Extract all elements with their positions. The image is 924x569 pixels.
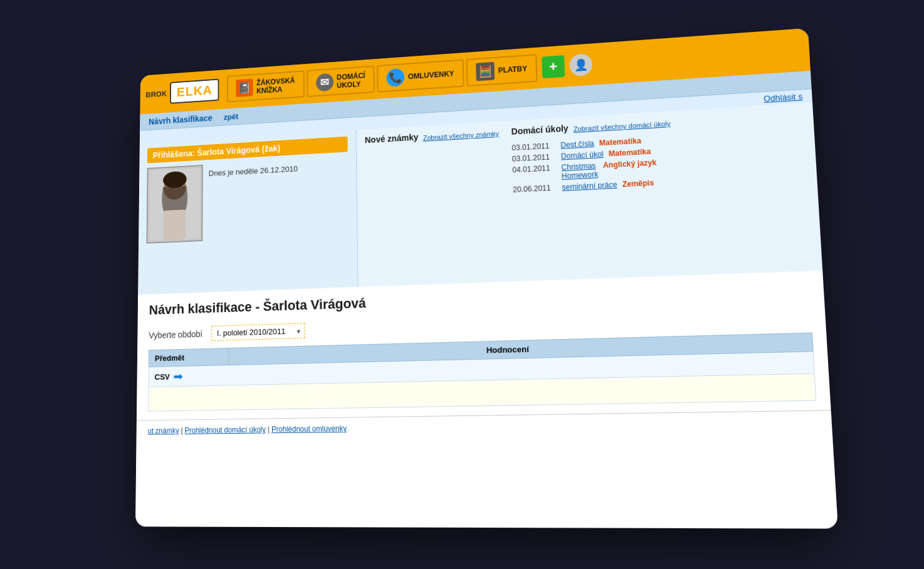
logo-prev: BROK — [145, 89, 167, 99]
footer-link-ukoly[interactable]: Prohlédnout domácí úkoly — [185, 425, 266, 434]
nav-zakovsky-label: ŽÁKOVSKÁ KNÍŽKA — [256, 76, 295, 95]
table-area: Předmět Hodnocení CSV ➡ — [148, 333, 816, 412]
right-panel: Nové známky Zobrazit všechny známky Domá… — [356, 102, 822, 286]
col-predmet: Předmět — [149, 348, 229, 367]
form-area: Vyberte období I. pololetí 2010/2011 II.… — [137, 302, 831, 420]
csv-label: CSV — [155, 372, 170, 382]
hw-task-1[interactable]: Dest.čísla — [560, 139, 594, 150]
nav-omluvenky[interactable]: 📞 OMLUVENKY — [377, 60, 464, 93]
student-body: Dnes je neděle 26.12.2010 — [146, 157, 349, 244]
new-marks-section: Nové známky Zobrazit všechny známky — [365, 127, 503, 280]
hw-date-1: 03.01.2011 — [512, 141, 555, 152]
logout-link[interactable]: Odhlásit s — [764, 91, 803, 103]
nav-ukoly-label: DOMÁCÍ ÚKOLY — [337, 71, 365, 90]
hw-subject-3: Anglický jazyk — [603, 158, 661, 170]
footer-link-znamky[interactable]: ut známky — [148, 426, 179, 435]
logo-el: EL — [177, 84, 194, 100]
book-icon: 📓 — [236, 79, 253, 98]
phone-icon: 📞 — [386, 68, 404, 87]
logo[interactable]: ELKA — [170, 79, 219, 104]
back-link[interactable]: zpět — [224, 112, 238, 121]
period-select[interactable]: I. pololetí 2010/2011 II. pololetí 2010/… — [212, 323, 305, 341]
hw-task-3[interactable]: Christmas Homework — [561, 161, 598, 180]
hw-task-2[interactable]: Domácí úkol — [561, 150, 604, 161]
user-avatar[interactable]: 👤 — [569, 53, 592, 76]
hw-task-4[interactable]: seminární práce — [562, 180, 617, 192]
student-date: Dnes je neděle 26.12.2010 — [208, 159, 298, 241]
nav-omluvenky-label: OMLUVENKY — [408, 70, 454, 81]
new-marks-title: Nové známky — [365, 132, 419, 145]
period-label: Vyberte období — [149, 329, 202, 340]
nav-ukoly[interactable]: ✉ DOMÁCÍ ÚKOLY — [307, 65, 375, 97]
hw-subject-4: Zeměpis — [622, 177, 681, 189]
student-panel: Přihlášena: Šarlota Virágová (žak) — [138, 130, 358, 295]
hw-date-2: 03.01.2011 — [512, 152, 556, 164]
nav-platby-label: PLATBY — [498, 65, 527, 75]
period-select-wrapper: I. pololetí 2010/2011 II. pololetí 2010/… — [212, 323, 305, 341]
mail-icon: ✉ — [316, 73, 333, 92]
hw-date-4: 20.06.2011 — [513, 183, 557, 194]
svg-rect-4 — [163, 209, 186, 240]
add-button[interactable]: + — [542, 55, 565, 78]
homework-section: Domácí úkoly Zobrazit všechny domácí úko… — [511, 109, 812, 274]
nav-zakovsky[interactable]: 📓 ŽÁKOVSKÁ KNÍŽKA — [227, 70, 304, 102]
show-all-marks-link[interactable]: Zobrazit všechny známky — [423, 130, 499, 142]
csv-export-icon[interactable]: ➡ — [173, 369, 183, 384]
nav-platby[interactable]: 🧮 PLATBY — [466, 54, 537, 86]
show-all-homework-link[interactable]: Zobrazit všechny domácí úkoly — [574, 120, 671, 133]
breadcrumb-current[interactable]: Návrh klasifikace — [149, 113, 213, 127]
calc-icon: 🧮 — [476, 62, 495, 81]
homework-title: Domácí úkoly — [511, 123, 568, 137]
logo-ka: KA — [194, 83, 213, 98]
hw-date-3: 04.01.2011 — [512, 164, 557, 174]
student-photo — [146, 165, 202, 244]
footer-link-omluvenky[interactable]: Prohlédnout omluvenky — [271, 424, 347, 434]
